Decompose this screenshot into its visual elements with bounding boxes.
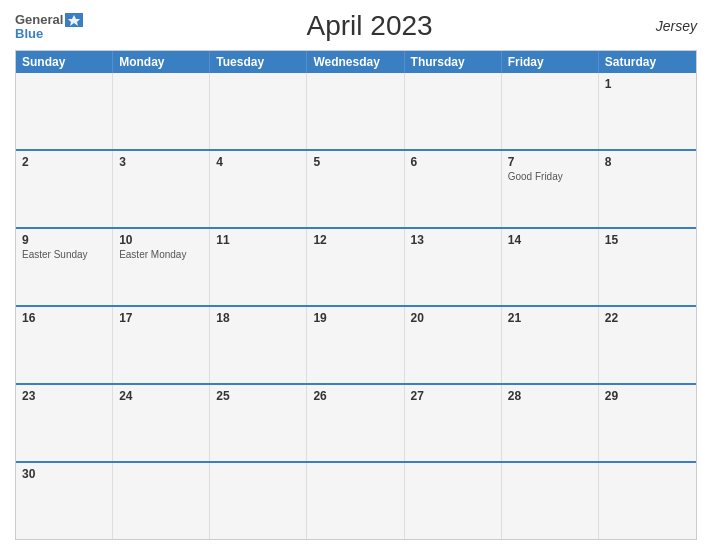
day-num-3: 3 (119, 155, 203, 169)
day-num-14: 14 (508, 233, 592, 247)
day-cell-w1-d3 (210, 73, 307, 149)
day-num-5: 5 (313, 155, 397, 169)
day-cell-w5-d2: 24 (113, 385, 210, 461)
day-num-9: 9 (22, 233, 106, 247)
day-num-16: 16 (22, 311, 106, 325)
day-num-7: 7 (508, 155, 592, 169)
day-num-18: 18 (216, 311, 300, 325)
day-cell-w1-d5 (405, 73, 502, 149)
header: General Blue April 2023 Jersey (15, 10, 697, 42)
day-cell-w3-d3: 11 (210, 229, 307, 305)
day-cell-w4-d1: 16 (16, 307, 113, 383)
week-row-6: 30 (16, 461, 696, 539)
week-row-3: 9Easter Sunday10Easter Monday1112131415 (16, 227, 696, 305)
day-num-22: 22 (605, 311, 690, 325)
day-num-24: 24 (119, 389, 203, 403)
day-cell-w4-d5: 20 (405, 307, 502, 383)
day-num-28: 28 (508, 389, 592, 403)
day-num-11: 11 (216, 233, 300, 247)
logo: General Blue (15, 13, 83, 40)
day-cell-w3-d2: 10Easter Monday (113, 229, 210, 305)
day-num-8: 8 (605, 155, 690, 169)
header-sunday: Sunday (16, 51, 113, 73)
calendar: Sunday Monday Tuesday Wednesday Thursday… (15, 50, 697, 540)
day-num-30: 30 (22, 467, 106, 481)
day-cell-w4-d6: 21 (502, 307, 599, 383)
day-cell-w4-d4: 19 (307, 307, 404, 383)
day-num-4: 4 (216, 155, 300, 169)
day-cell-w3-d7: 15 (599, 229, 696, 305)
day-cell-w5-d3: 25 (210, 385, 307, 461)
day-cell-w5-d4: 26 (307, 385, 404, 461)
day-cell-w6-d3 (210, 463, 307, 539)
day-num-17: 17 (119, 311, 203, 325)
day-cell-w2-d3: 4 (210, 151, 307, 227)
day-cell-w3-d1: 9Easter Sunday (16, 229, 113, 305)
holiday-label: Easter Sunday (22, 249, 106, 260)
day-num-25: 25 (216, 389, 300, 403)
day-num-12: 12 (313, 233, 397, 247)
header-tuesday: Tuesday (210, 51, 307, 73)
week-row-5: 23242526272829 (16, 383, 696, 461)
weeks-container: 1234567Good Friday89Easter Sunday10Easte… (16, 73, 696, 539)
holiday-label: Easter Monday (119, 249, 203, 260)
calendar-page: General Blue April 2023 Jersey Sunday Mo… (0, 0, 712, 550)
day-num-6: 6 (411, 155, 495, 169)
day-cell-w1-d4 (307, 73, 404, 149)
day-cell-w2-d1: 2 (16, 151, 113, 227)
logo-general: General (15, 13, 63, 26)
day-num-26: 26 (313, 389, 397, 403)
day-cell-w2-d5: 6 (405, 151, 502, 227)
day-cell-w1-d2 (113, 73, 210, 149)
day-cell-w6-d4 (307, 463, 404, 539)
header-thursday: Thursday (405, 51, 502, 73)
day-cell-w6-d5 (405, 463, 502, 539)
day-num-20: 20 (411, 311, 495, 325)
day-cell-w3-d6: 14 (502, 229, 599, 305)
day-cell-w6-d6 (502, 463, 599, 539)
day-cell-w4-d3: 18 (210, 307, 307, 383)
region: Jersey (656, 18, 697, 34)
day-num-15: 15 (605, 233, 690, 247)
month-title: April 2023 (83, 10, 655, 42)
day-cell-w5-d5: 27 (405, 385, 502, 461)
day-cell-w2-d2: 3 (113, 151, 210, 227)
day-cell-w1-d7: 1 (599, 73, 696, 149)
header-friday: Friday (502, 51, 599, 73)
day-num-23: 23 (22, 389, 106, 403)
day-cell-w6-d2 (113, 463, 210, 539)
day-cell-w1-d6 (502, 73, 599, 149)
week-row-1: 1 (16, 73, 696, 149)
day-cell-w5-d7: 29 (599, 385, 696, 461)
holiday-label: Good Friday (508, 171, 592, 182)
day-cell-w2-d7: 8 (599, 151, 696, 227)
day-cell-w5-d1: 23 (16, 385, 113, 461)
header-saturday: Saturday (599, 51, 696, 73)
day-num-2: 2 (22, 155, 106, 169)
logo-blue: Blue (15, 27, 43, 40)
day-num-19: 19 (313, 311, 397, 325)
logo-flag-icon (65, 13, 83, 27)
day-num-1: 1 (605, 77, 690, 91)
day-cell-w6-d7 (599, 463, 696, 539)
day-num-10: 10 (119, 233, 203, 247)
day-cell-w3-d4: 12 (307, 229, 404, 305)
header-monday: Monday (113, 51, 210, 73)
day-cell-w6-d1: 30 (16, 463, 113, 539)
header-wednesday: Wednesday (307, 51, 404, 73)
day-num-27: 27 (411, 389, 495, 403)
day-cell-w3-d5: 13 (405, 229, 502, 305)
day-num-21: 21 (508, 311, 592, 325)
day-cell-w5-d6: 28 (502, 385, 599, 461)
day-cell-w4-d7: 22 (599, 307, 696, 383)
day-num-13: 13 (411, 233, 495, 247)
day-cell-w4-d2: 17 (113, 307, 210, 383)
day-cell-w2-d6: 7Good Friday (502, 151, 599, 227)
day-headers: Sunday Monday Tuesday Wednesday Thursday… (16, 51, 696, 73)
day-cell-w2-d4: 5 (307, 151, 404, 227)
day-cell-w1-d1 (16, 73, 113, 149)
week-row-2: 234567Good Friday8 (16, 149, 696, 227)
week-row-4: 16171819202122 (16, 305, 696, 383)
day-num-29: 29 (605, 389, 690, 403)
